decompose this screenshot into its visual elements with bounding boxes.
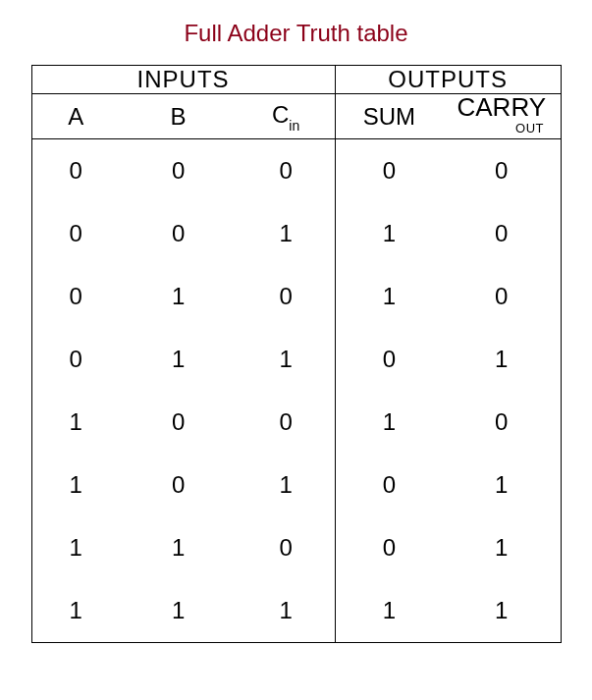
table-row: 10010 <box>31 391 561 454</box>
cell-b: 1 <box>120 265 238 328</box>
cell-carry: 0 <box>443 265 561 328</box>
cell-b: 1 <box>120 579 238 643</box>
cell-a: 0 <box>31 139 120 203</box>
cell-b: 0 <box>120 202 238 265</box>
cell-cin: 0 <box>237 265 335 328</box>
cin-sub-label: in <box>289 118 299 134</box>
cell-cin: 1 <box>237 454 335 516</box>
table-row: 11001 <box>31 516 561 579</box>
column-cin-header: Cin <box>237 94 335 139</box>
cell-cin: 1 <box>237 579 335 643</box>
outputs-header: OUTPUTS <box>335 66 561 94</box>
cell-cin: 0 <box>237 516 335 579</box>
page-title: Full Adder Truth table <box>24 20 568 47</box>
group-header-row: INPUTS OUTPUTS <box>31 66 561 94</box>
cell-sum: 0 <box>335 516 443 579</box>
cell-sum: 1 <box>335 391 443 454</box>
truth-table: INPUTS OUTPUTS A B Cin SUM CARRY OUT <box>31 65 562 643</box>
cell-sum: 1 <box>335 265 443 328</box>
page: Full Adder Truth table INPUTS OUTPUTS A … <box>0 0 592 700</box>
column-carry-header: CARRY OUT <box>443 94 561 139</box>
cell-a: 1 <box>31 391 120 454</box>
cell-cin: 0 <box>237 391 335 454</box>
table-row: 00110 <box>31 202 561 265</box>
cell-sum: 1 <box>335 579 443 643</box>
cell-a: 0 <box>31 265 120 328</box>
cell-carry: 1 <box>443 579 561 643</box>
table-row: 00000 <box>31 139 561 203</box>
column-a-header: A <box>31 94 120 139</box>
cell-sum: 1 <box>335 202 443 265</box>
cell-carry: 0 <box>443 139 561 203</box>
column-sum-header: SUM <box>335 94 443 139</box>
cell-carry: 1 <box>443 328 561 391</box>
cell-a: 0 <box>31 328 120 391</box>
cell-a: 0 <box>31 202 120 265</box>
table-row: 10101 <box>31 454 561 516</box>
cin-main-label: C <box>272 101 289 128</box>
cell-sum: 0 <box>335 139 443 203</box>
table-row: 01010 <box>31 265 561 328</box>
cell-cin: 0 <box>237 139 335 203</box>
cell-a: 1 <box>31 516 120 579</box>
table-row: 11111 <box>31 579 561 643</box>
carry-main-label: CARRY <box>457 92 547 122</box>
carry-sub-label: OUT <box>457 122 547 135</box>
cell-carry: 1 <box>443 454 561 516</box>
cell-a: 1 <box>31 454 120 516</box>
column-header-row: A B Cin SUM CARRY OUT <box>31 94 561 139</box>
cell-b: 1 <box>120 328 238 391</box>
cell-carry: 0 <box>443 391 561 454</box>
cell-a: 1 <box>31 579 120 643</box>
cell-carry: 0 <box>443 202 561 265</box>
cell-sum: 0 <box>335 328 443 391</box>
cell-sum: 0 <box>335 454 443 516</box>
cell-b: 0 <box>120 139 238 203</box>
cell-b: 0 <box>120 391 238 454</box>
inputs-header: INPUTS <box>31 66 335 94</box>
column-b-header: B <box>120 94 238 139</box>
cell-cin: 1 <box>237 328 335 391</box>
cell-carry: 1 <box>443 516 561 579</box>
table-row: 01101 <box>31 328 561 391</box>
cell-b: 0 <box>120 454 238 516</box>
cell-b: 1 <box>120 516 238 579</box>
cell-cin: 1 <box>237 202 335 265</box>
